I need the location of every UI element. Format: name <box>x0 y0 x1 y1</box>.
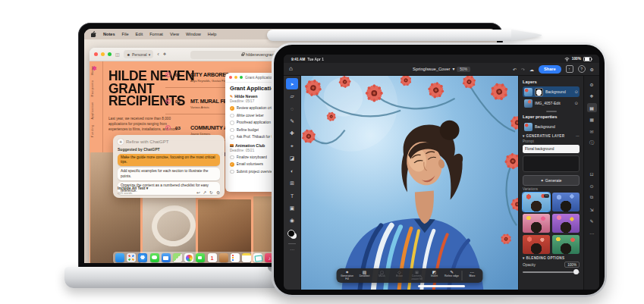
crop-tool-icon[interactable]: ⊞ <box>286 177 298 189</box>
move-tool-icon[interactable]: ➤ <box>286 78 298 89</box>
panel-resize-handle[interactable] <box>546 111 557 112</box>
place-image-tool-icon[interactable]: ▣ <box>286 202 298 214</box>
eye-icon[interactable]: ⊙ <box>574 101 578 105</box>
zoom-level-badge[interactable]: 50% <box>457 67 470 72</box>
dock-icon-launchpad[interactable] <box>127 253 136 262</box>
foreground-color-chip[interactable] <box>287 230 295 237</box>
menu-window[interactable]: Window <box>186 32 201 36</box>
nav-home[interactable]: Home <box>91 66 94 75</box>
dock-icon-mail[interactable] <box>162 253 171 262</box>
document-title-dropdown[interactable]: SpringIssue_Cover ▾ 50% <box>413 67 470 72</box>
more-icon[interactable]: ⋯ <box>576 134 580 138</box>
home-icon[interactable]: ⌂ <box>289 66 293 72</box>
more-button[interactable]: ⋯ More <box>464 270 481 277</box>
prompt-input[interactable] <box>525 147 577 151</box>
dock-icon-photos[interactable] <box>184 253 193 262</box>
menu-edit[interactable]: Edit <box>136 32 143 36</box>
more-panels-icon[interactable]: ⋯ <box>587 228 597 237</box>
active-app-name[interactable]: Notes <box>103 32 115 36</box>
info-icon[interactable]: ⓘ <box>587 139 597 148</box>
export-panel-icon[interactable]: ⊡ <box>587 170 597 179</box>
checkbox-icon[interactable] <box>230 155 234 160</box>
menu-format[interactable]: Format <box>149 32 163 36</box>
zoom-button[interactable] <box>108 52 112 56</box>
dock-icon-messages[interactable] <box>150 253 159 262</box>
suggestion-pill[interactable]: Add specific examples for each section t… <box>118 168 220 180</box>
variation-thumb-3[interactable] <box>523 214 550 233</box>
transform-tool-icon[interactable]: ▱ <box>286 90 298 102</box>
home-indicator[interactable] <box>418 285 465 287</box>
brush-tool-icon[interactable]: ✎ <box>286 115 298 127</box>
slider-knob[interactable] <box>573 269 579 274</box>
close-button[interactable] <box>229 76 232 79</box>
more-tools-icon[interactable]: ⋯ <box>290 246 294 252</box>
share-button[interactable]: Share <box>539 65 561 74</box>
suggestion-pill-highlighted[interactable]: Make the guide more concise, focusing on… <box>118 154 220 166</box>
checkbox-icon[interactable] <box>230 114 234 118</box>
duplicate-icon[interactable]: ⧉ <box>587 193 597 202</box>
dock-icon-facetime[interactable] <box>196 253 205 262</box>
menu-help[interactable]: Help <box>208 32 217 36</box>
generative-layer-section[interactable]: ▾ GENERATIVE LAYER ⋯ <box>523 134 580 138</box>
dock-icon-notes[interactable] <box>242 253 251 262</box>
export-icon[interactable]: ↑ <box>566 65 573 73</box>
settings-icon[interactable]: ⚙ <box>587 80 597 89</box>
opacity-slider[interactable] <box>523 269 580 275</box>
send-icon[interactable]: ⇲ <box>587 205 597 214</box>
variation-thumb-2[interactable] <box>552 193 580 212</box>
share-icon[interactable]: ↗ <box>203 190 207 195</box>
checkbox-icon[interactable] <box>230 121 234 125</box>
minimize-button[interactable] <box>101 52 105 56</box>
visibility-icon[interactable]: ⊙ <box>587 181 597 190</box>
checkbox-checked-icon[interactable]: ✓ <box>230 162 234 167</box>
content-aware-fill-button[interactable]: ⊞ Content-aware fill <box>409 270 426 280</box>
include-scope-dropdown[interactable]: Include All Text ▾ <box>118 186 148 190</box>
checkbox-icon[interactable] <box>230 128 234 133</box>
close-button[interactable] <box>94 52 98 56</box>
dock-icon-reminders[interactable] <box>231 253 240 262</box>
more-icon[interactable]: ⋯ <box>544 194 549 198</box>
dodge-burn-tool-icon[interactable]: ◐ <box>286 165 298 177</box>
menu-file[interactable]: File <box>122 32 129 36</box>
foreground-background-color-chips[interactable] <box>286 229 298 240</box>
properties-panel-icon[interactable]: ▦ <box>587 115 597 124</box>
mask-button[interactable]: ◻ Mask <box>374 270 391 277</box>
back-icon[interactable]: ‹ <box>157 52 159 58</box>
nav-recipients[interactable]: Recipients <box>91 80 94 97</box>
refresh-icon[interactable]: ↻ <box>209 190 213 195</box>
checkbox-icon[interactable] <box>230 170 234 174</box>
checkbox-checked-icon[interactable]: ✓ <box>230 106 234 111</box>
layers-panel-icon[interactable]: ▤ <box>587 103 597 112</box>
generative-fill-button[interactable]: ✦ Generative Fill <box>339 270 356 280</box>
generate-button[interactable]: ✦ Generate <box>523 175 580 186</box>
clone-stamp-tool-icon[interactable]: ⌖ <box>286 140 298 152</box>
undo-icon[interactable]: ↶ <box>513 67 517 72</box>
minimize-button[interactable] <box>234 76 237 79</box>
extensions-icon[interactable]: ❖ <box>163 52 166 56</box>
deselect-button[interactable]: ▨ Deselect <box>357 270 373 277</box>
prompt-textarea[interactable] <box>523 155 580 172</box>
dock-icon-safari[interactable] <box>138 253 147 262</box>
refine-edge-button[interactable]: ✎ Refine edge <box>444 270 460 277</box>
menu-view[interactable]: View <box>170 32 179 36</box>
variation-thumb-1[interactable]: ⋯ <box>523 193 550 212</box>
nav-funding[interactable]: Funding <box>91 124 94 137</box>
variation-thumb-4[interactable] <box>552 214 580 233</box>
dock-icon-contacts[interactable] <box>219 253 228 262</box>
dock-icon-calendar[interactable]: 1 <box>208 253 217 262</box>
eraser-tool-icon[interactable]: ◪ <box>286 152 298 164</box>
redo-icon[interactable]: ↷ <box>521 67 525 72</box>
nav-application[interactable]: Application <box>91 102 94 119</box>
adjustments-icon[interactable]: ❖ <box>587 92 597 101</box>
lasso-tool-icon[interactable]: ◌ <box>286 103 298 114</box>
sidebar-icon[interactable]: ◫ <box>115 52 120 57</box>
apple-menu-icon[interactable] <box>91 31 96 37</box>
zoom-button[interactable] <box>240 76 243 79</box>
layer-row-background[interactable]: Background ⊙ <box>523 86 580 97</box>
settings-gear-icon[interactable]: ⚙ <box>590 67 594 72</box>
profile-switcher[interactable]: ☻ Personal ▾ <box>124 50 154 58</box>
erase-button[interactable]: ◇ Erase <box>391 270 408 277</box>
opacity-value[interactable]: 100% <box>564 262 580 268</box>
layer-row-img[interactable]: IMG_4057-Edit ⊙ <box>523 98 580 108</box>
checkbox-icon[interactable] <box>230 135 234 139</box>
